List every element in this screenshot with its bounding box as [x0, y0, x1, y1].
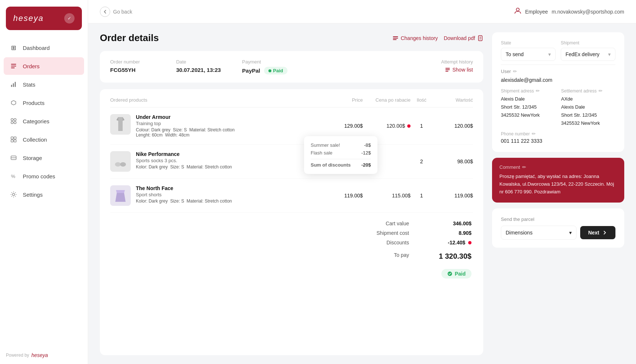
sidebar-footer: Powered by heseya	[0, 346, 88, 364]
sidebar-item-label: Storage	[23, 155, 42, 161]
sidebar-item-orders[interactable]: Orders	[4, 57, 84, 75]
order-actions: Changes history Download pdf	[393, 35, 483, 41]
order-info-card: Order number FCG55YH Date 30.07.2021, 13…	[100, 51, 483, 83]
products-table-header: Ordered products Price Cena po rabacie I…	[110, 97, 473, 108]
user-edit-icon[interactable]: ✏	[513, 69, 517, 74]
changes-history-label: Changes history	[401, 35, 438, 41]
state-select[interactable]: To send ▾	[501, 48, 556, 61]
payment-row: PayPal Paid	[242, 67, 374, 74]
discount-row-total: Sum of discounts -20$	[311, 159, 371, 169]
sidebar-item-promo-codes[interactable]: % Promo codes	[4, 167, 84, 185]
parcel-card: Send the parcel Dimensions ▾ Next	[492, 208, 624, 248]
discount-name-flash: Flash sale	[311, 150, 332, 156]
go-back-icon	[100, 7, 110, 17]
shipment-select[interactable]: FedEx delivery ▾	[561, 48, 615, 61]
orders-icon	[10, 62, 18, 70]
discount-amount-total: -20$	[361, 162, 371, 168]
promo-codes-icon: %	[10, 172, 18, 180]
cart-value-label: Cart value	[386, 221, 409, 226]
comment-label: Comment ✏	[499, 164, 617, 170]
attempt-history-label: Attempt history	[374, 59, 473, 65]
go-back-label: Go back	[113, 9, 132, 15]
svg-rect-0	[11, 64, 16, 65]
sidebar-item-settings[interactable]: Settings	[4, 186, 84, 203]
discount-amount-flash: -12$	[361, 150, 371, 156]
shipment-cost-row: Shipment cost 8.90$	[110, 228, 471, 238]
parcel-select-arrow-icon: ▾	[569, 230, 572, 236]
meta-colour: Dark grey	[151, 127, 170, 132]
cart-value: 346.00$	[431, 221, 471, 226]
shipment-address-label: Shipment adress ✏	[501, 88, 555, 94]
col-value-header: Wartość	[433, 97, 473, 103]
shipment-address-edit-icon[interactable]: ✏	[536, 88, 540, 94]
svg-rect-4	[13, 83, 14, 87]
meta-kolor-3: Dark grey	[149, 199, 168, 204]
settlement-address-line-3: Short Str. 12/345	[561, 111, 615, 119]
next-button[interactable]: Next	[580, 226, 615, 239]
sidebar-item-storage[interactable]: Storage	[4, 149, 84, 167]
order-number-value: FCG55YH	[110, 67, 176, 73]
sidebar-item-categories[interactable]: Categories	[4, 112, 84, 130]
settlement-address-edit-icon[interactable]: ✏	[599, 88, 603, 94]
product-brand-3: The North Face	[136, 185, 322, 191]
settings-icon	[10, 190, 18, 199]
product-info-3: The North Face Sport shorts Kolor: Dark …	[136, 185, 322, 204]
meta-kolor-2: Dark grey	[149, 164, 168, 170]
changes-history-button[interactable]: Changes history	[393, 35, 438, 41]
sidebar-item-label: Orders	[23, 63, 40, 69]
settlement-address-label: Settlement adress ✏	[561, 88, 615, 94]
date-value: 30.07.2021, 13:23	[176, 67, 242, 73]
order-number-field: Order number FCG55YH	[110, 59, 176, 73]
svg-point-18	[516, 8, 519, 11]
order-title-row: Order details Changes history Download p…	[100, 32, 483, 44]
comment-edit-icon[interactable]: ✏	[522, 164, 526, 170]
categories-icon	[10, 117, 18, 125]
paid-dot	[268, 69, 271, 72]
next-btn-label: Next	[588, 230, 599, 236]
comment-label-text: Comment	[499, 164, 520, 170]
parcel-label: Send the parcel	[501, 216, 615, 222]
employee-icon	[514, 7, 521, 16]
discounts-row: Discounts -12.40$	[110, 238, 471, 247]
sidebar-item-stats[interactable]: Stats	[4, 76, 84, 93]
col-price-header: Price	[322, 97, 363, 103]
address-row: Shipment adress ✏ Alexis Dale Short Str.…	[501, 88, 615, 127]
sidebar: heseya ✓ ⊞ Dashboard Orders Stats Produc…	[0, 0, 88, 364]
content-area: Order details Changes history Download p…	[88, 23, 636, 364]
svg-point-29	[115, 162, 121, 167]
svg-rect-21	[393, 39, 397, 40]
svg-rect-20	[393, 38, 398, 39]
sidebar-item-label: Dashboard	[23, 45, 50, 51]
svg-point-30	[120, 162, 126, 167]
discounts-amount: -12.40$	[448, 240, 465, 245]
meta-label-lenght: Lenght:	[136, 132, 152, 138]
page-title: Order details	[100, 32, 159, 44]
meta-label-width: Width:	[165, 132, 178, 138]
shipment-address-col: Shipment adress ✏ Alexis Dale Short Str.…	[501, 88, 555, 127]
discount-row-summer: Summer sale! -8$	[311, 141, 371, 149]
product-image-2	[110, 151, 131, 172]
svg-point-8	[11, 121, 13, 124]
svg-text:%: %	[11, 174, 15, 179]
product-value-1: 120.00$	[433, 123, 473, 129]
show-list-button[interactable]: Show list	[374, 67, 473, 73]
logo: heseya ✓	[6, 7, 82, 30]
meta-width: 48cm	[179, 132, 189, 138]
sidebar-item-collection[interactable]: Collection	[4, 131, 84, 148]
parcel-select[interactable]: Dimensions ▾	[501, 226, 577, 240]
go-back-button[interactable]: Go back	[100, 7, 132, 17]
col-qty-header: Ilość	[411, 97, 433, 103]
phone-edit-icon[interactable]: ✏	[532, 131, 536, 136]
discount-row-flash: Flash sale -12$	[311, 149, 371, 157]
meta-label-kolor-3: Kolor:	[136, 199, 149, 204]
product-image-1	[110, 114, 131, 135]
to-pay-value: 1 320.30$	[431, 252, 471, 261]
download-pdf-button[interactable]: Download pdf	[444, 35, 483, 41]
sidebar-item-products[interactable]: Products	[4, 94, 84, 112]
shipment-value: FedEx delivery	[565, 51, 600, 57]
sidebar-item-dashboard[interactable]: ⊞ Dashboard	[4, 39, 84, 57]
main-area: Go back Employee m.novakowsky@sportshop.…	[88, 0, 636, 364]
logo-icon: ✓	[64, 13, 75, 23]
discount-name-summer: Summer sale!	[311, 142, 340, 148]
parcel-row: Dimensions ▾ Next	[501, 226, 615, 240]
